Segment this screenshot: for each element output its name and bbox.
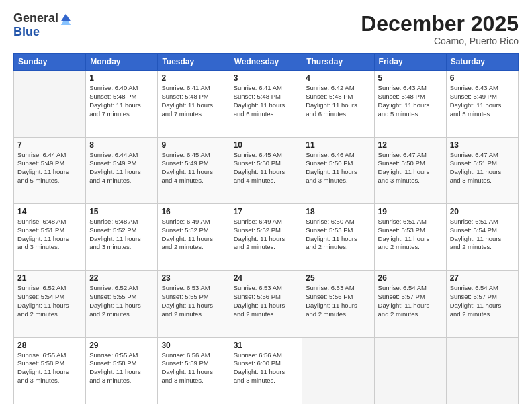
day-info: Sunrise: 6:46 AM Sunset: 5:50 PM Dayligh… bbox=[306, 151, 370, 185]
day-info: Sunrise: 6:56 AM Sunset: 5:59 PM Dayligh… bbox=[161, 351, 226, 385]
day-info: Sunrise: 6:41 AM Sunset: 5:48 PM Dayligh… bbox=[161, 84, 226, 118]
calendar-cell: 4Sunrise: 6:42 AM Sunset: 5:48 PM Daylig… bbox=[302, 71, 374, 137]
calendar: SundayMondayTuesdayWednesdayThursdayFrid… bbox=[13, 53, 519, 404]
column-header-sunday: Sunday bbox=[14, 54, 86, 71]
day-info: Sunrise: 6:53 AM Sunset: 5:55 PM Dayligh… bbox=[161, 284, 226, 318]
calendar-cell: 7Sunrise: 6:44 AM Sunset: 5:49 PM Daylig… bbox=[14, 137, 86, 203]
calendar-cell: 24Sunrise: 6:53 AM Sunset: 5:56 PM Dayli… bbox=[230, 271, 302, 337]
day-number: 26 bbox=[378, 273, 443, 283]
day-info: Sunrise: 6:47 AM Sunset: 5:51 PM Dayligh… bbox=[450, 151, 515, 185]
page: General Blue December 2025 Coamo, Puerto… bbox=[0, 0, 532, 411]
day-number: 14 bbox=[17, 207, 82, 216]
day-number: 10 bbox=[234, 140, 299, 150]
day-number: 5 bbox=[378, 73, 443, 83]
calendar-cell: 21Sunrise: 6:52 AM Sunset: 5:54 PM Dayli… bbox=[14, 271, 86, 337]
day-info: Sunrise: 6:54 AM Sunset: 5:57 PM Dayligh… bbox=[450, 284, 515, 318]
calendar-header-row: SundayMondayTuesdayWednesdayThursdayFrid… bbox=[14, 54, 519, 71]
day-number: 29 bbox=[89, 340, 154, 350]
day-number: 13 bbox=[450, 140, 515, 150]
day-number: 4 bbox=[306, 73, 370, 83]
calendar-cell: 28Sunrise: 6:55 AM Sunset: 5:58 PM Dayli… bbox=[14, 337, 86, 404]
month-title: December 2025 bbox=[361, 12, 519, 36]
week-row-3: 14Sunrise: 6:48 AM Sunset: 5:51 PM Dayli… bbox=[14, 203, 519, 270]
day-number: 30 bbox=[161, 340, 226, 350]
day-number: 21 bbox=[17, 273, 82, 283]
calendar-cell: 2Sunrise: 6:41 AM Sunset: 5:48 PM Daylig… bbox=[158, 71, 230, 137]
day-info: Sunrise: 6:51 AM Sunset: 5:53 PM Dayligh… bbox=[378, 218, 443, 252]
calendar-cell: 18Sunrise: 6:50 AM Sunset: 5:53 PM Dayli… bbox=[302, 203, 374, 270]
calendar-cell: 15Sunrise: 6:48 AM Sunset: 5:52 PM Dayli… bbox=[86, 203, 158, 270]
column-header-friday: Friday bbox=[374, 54, 446, 71]
calendar-cell: 22Sunrise: 6:52 AM Sunset: 5:55 PM Dayli… bbox=[86, 271, 158, 337]
day-info: Sunrise: 6:52 AM Sunset: 5:54 PM Dayligh… bbox=[17, 284, 82, 318]
location: Coamo, Puerto Rico bbox=[361, 36, 519, 46]
day-info: Sunrise: 6:53 AM Sunset: 5:56 PM Dayligh… bbox=[234, 284, 299, 318]
week-row-2: 7Sunrise: 6:44 AM Sunset: 5:49 PM Daylig… bbox=[14, 137, 519, 203]
calendar-cell: 3Sunrise: 6:41 AM Sunset: 5:48 PM Daylig… bbox=[230, 71, 302, 137]
day-info: Sunrise: 6:49 AM Sunset: 5:52 PM Dayligh… bbox=[234, 218, 299, 252]
day-number: 1 bbox=[89, 73, 154, 83]
day-number: 24 bbox=[234, 273, 299, 283]
week-row-4: 21Sunrise: 6:52 AM Sunset: 5:54 PM Dayli… bbox=[14, 271, 519, 337]
day-number: 27 bbox=[450, 273, 515, 283]
day-info: Sunrise: 6:43 AM Sunset: 5:49 PM Dayligh… bbox=[450, 84, 515, 118]
day-info: Sunrise: 6:51 AM Sunset: 5:54 PM Dayligh… bbox=[450, 218, 515, 252]
day-number: 12 bbox=[378, 140, 443, 150]
day-number: 17 bbox=[234, 207, 299, 216]
day-number: 15 bbox=[89, 207, 154, 216]
day-info: Sunrise: 6:55 AM Sunset: 5:58 PM Dayligh… bbox=[17, 351, 82, 385]
calendar-cell: 16Sunrise: 6:49 AM Sunset: 5:52 PM Dayli… bbox=[158, 203, 230, 270]
day-number: 6 bbox=[450, 73, 515, 83]
calendar-cell: 30Sunrise: 6:56 AM Sunset: 5:59 PM Dayli… bbox=[158, 337, 230, 404]
day-info: Sunrise: 6:40 AM Sunset: 5:48 PM Dayligh… bbox=[89, 84, 154, 118]
calendar-cell: 17Sunrise: 6:49 AM Sunset: 5:52 PM Dayli… bbox=[230, 203, 302, 270]
calendar-cell: 14Sunrise: 6:48 AM Sunset: 5:51 PM Dayli… bbox=[14, 203, 86, 270]
day-number: 8 bbox=[89, 140, 154, 150]
day-number: 7 bbox=[17, 140, 82, 150]
day-info: Sunrise: 6:49 AM Sunset: 5:52 PM Dayligh… bbox=[161, 218, 226, 252]
day-number: 11 bbox=[306, 140, 370, 150]
logo-blue-text: Blue bbox=[13, 26, 72, 38]
day-number: 28 bbox=[17, 340, 82, 350]
day-number: 16 bbox=[161, 207, 226, 216]
logo-general-text: General bbox=[13, 12, 58, 26]
day-number: 3 bbox=[234, 73, 299, 83]
calendar-cell: 10Sunrise: 6:45 AM Sunset: 5:50 PM Dayli… bbox=[230, 137, 302, 203]
svg-marker-1 bbox=[61, 21, 71, 24]
day-info: Sunrise: 6:56 AM Sunset: 6:00 PM Dayligh… bbox=[234, 351, 299, 385]
column-header-tuesday: Tuesday bbox=[158, 54, 230, 71]
day-number: 18 bbox=[306, 207, 370, 216]
column-header-wednesday: Wednesday bbox=[230, 54, 302, 71]
day-info: Sunrise: 6:44 AM Sunset: 5:49 PM Dayligh… bbox=[89, 151, 154, 185]
day-info: Sunrise: 6:53 AM Sunset: 5:56 PM Dayligh… bbox=[306, 284, 370, 318]
day-info: Sunrise: 6:48 AM Sunset: 5:52 PM Dayligh… bbox=[89, 218, 154, 252]
day-info: Sunrise: 6:52 AM Sunset: 5:55 PM Dayligh… bbox=[89, 284, 154, 318]
column-header-monday: Monday bbox=[86, 54, 158, 71]
calendar-cell: 27Sunrise: 6:54 AM Sunset: 5:57 PM Dayli… bbox=[446, 271, 518, 337]
day-info: Sunrise: 6:43 AM Sunset: 5:48 PM Dayligh… bbox=[378, 84, 443, 118]
header: General Blue December 2025 Coamo, Puerto… bbox=[13, 12, 519, 46]
calendar-cell: 12Sunrise: 6:47 AM Sunset: 5:50 PM Dayli… bbox=[374, 137, 446, 203]
week-row-5: 28Sunrise: 6:55 AM Sunset: 5:58 PM Dayli… bbox=[14, 337, 519, 404]
calendar-cell: 9Sunrise: 6:45 AM Sunset: 5:49 PM Daylig… bbox=[158, 137, 230, 203]
day-info: Sunrise: 6:54 AM Sunset: 5:57 PM Dayligh… bbox=[378, 284, 443, 318]
calendar-cell: 26Sunrise: 6:54 AM Sunset: 5:57 PM Dayli… bbox=[374, 271, 446, 337]
day-number: 25 bbox=[306, 273, 370, 283]
calendar-cell: 13Sunrise: 6:47 AM Sunset: 5:51 PM Dayli… bbox=[446, 137, 518, 203]
day-number: 19 bbox=[378, 207, 443, 216]
day-info: Sunrise: 6:41 AM Sunset: 5:48 PM Dayligh… bbox=[234, 84, 299, 118]
week-row-1: 1Sunrise: 6:40 AM Sunset: 5:48 PM Daylig… bbox=[14, 71, 519, 137]
calendar-cell: 5Sunrise: 6:43 AM Sunset: 5:48 PM Daylig… bbox=[374, 71, 446, 137]
day-info: Sunrise: 6:47 AM Sunset: 5:50 PM Dayligh… bbox=[378, 151, 443, 185]
day-info: Sunrise: 6:55 AM Sunset: 5:58 PM Dayligh… bbox=[89, 351, 154, 385]
day-info: Sunrise: 6:50 AM Sunset: 5:53 PM Dayligh… bbox=[306, 218, 370, 252]
calendar-cell: 11Sunrise: 6:46 AM Sunset: 5:50 PM Dayli… bbox=[302, 137, 374, 203]
calendar-cell: 31Sunrise: 6:56 AM Sunset: 6:00 PM Dayli… bbox=[230, 337, 302, 404]
column-header-thursday: Thursday bbox=[302, 54, 374, 71]
day-info: Sunrise: 6:45 AM Sunset: 5:50 PM Dayligh… bbox=[234, 151, 299, 185]
calendar-cell: 25Sunrise: 6:53 AM Sunset: 5:56 PM Dayli… bbox=[302, 271, 374, 337]
day-info: Sunrise: 6:44 AM Sunset: 5:49 PM Dayligh… bbox=[17, 151, 82, 185]
day-number: 2 bbox=[161, 73, 226, 83]
calendar-cell: 1Sunrise: 6:40 AM Sunset: 5:48 PM Daylig… bbox=[86, 71, 158, 137]
day-number: 31 bbox=[234, 340, 299, 350]
